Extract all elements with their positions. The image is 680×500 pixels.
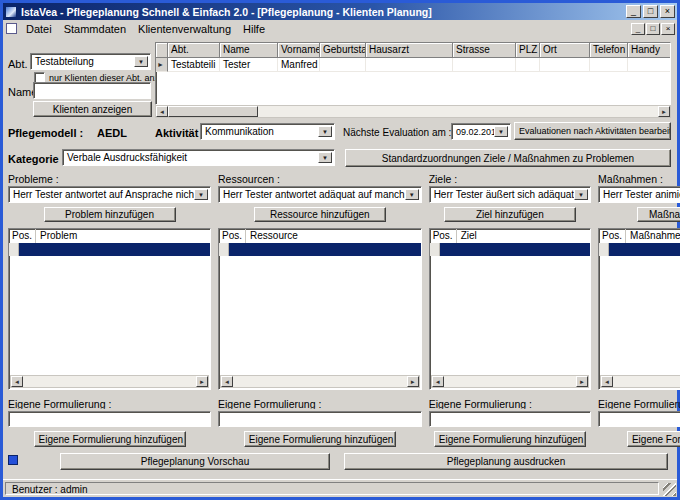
cell-vorname: Manfred (278, 58, 320, 72)
resize-grip[interactable] (663, 483, 676, 496)
goal-combobox[interactable]: Herr Tester äußert sich adäquat ▼ (429, 186, 591, 203)
selection-highlight (19, 243, 210, 256)
goal-list[interactable]: Pos. Ziel ◄ ► (429, 228, 591, 390)
scroll-right-icon[interactable]: ► (658, 106, 670, 117)
scroll-left-icon[interactable]: ◄ (432, 376, 444, 387)
chevron-down-icon[interactable]: ▼ (194, 189, 208, 200)
close-icon[interactable]: × (660, 5, 675, 18)
problem-combobox[interactable]: Herr Tester antwortet auf Ansprache nich… (8, 186, 211, 203)
list-horizontal-scrollbar[interactable]: ◄ ► (10, 375, 209, 388)
client-grid[interactable]: Abt. Name Vorname Geburtstag Hausarzt St… (155, 42, 671, 105)
name-input[interactable] (33, 82, 151, 99)
grid-col-plz[interactable]: PLZ (516, 43, 540, 58)
custom-formulation-label: Eigene Formulierung : (8, 398, 211, 409)
custom-formulation-input[interactable] (429, 411, 591, 427)
selected-row[interactable] (219, 243, 421, 256)
scrollbar-track[interactable] (444, 376, 576, 387)
add-custom-formulation-button[interactable]: Eigene Formulierung hinzufügen (434, 431, 586, 447)
scrollbar-thumb[interactable] (168, 106, 258, 117)
grid-col-handy[interactable]: Handy (628, 43, 671, 58)
scrollbar-track[interactable] (233, 376, 407, 387)
add-custom-formulation-button[interactable]: Eigene Formulierung hinzufügen (34, 431, 186, 447)
resource-list[interactable]: Pos. Ressource ◄ ► (218, 228, 422, 390)
grid-col-hausarzt[interactable]: Hausarzt (366, 43, 453, 58)
minimize-icon[interactable]: _ (626, 5, 641, 18)
custom-formulation-input[interactable] (218, 411, 422, 427)
grid-col-ort[interactable]: Ort (540, 43, 590, 58)
chevron-down-icon[interactable]: ▼ (134, 56, 148, 67)
selection-highlight (229, 243, 421, 256)
mdi-minimize-icon[interactable]: _ (631, 23, 645, 35)
scrollbar-track[interactable] (23, 376, 196, 387)
kategorie-combobox[interactable]: Verbale Ausdrucksfähigkeit ▼ (62, 149, 335, 166)
custom-formulation-label: Eigene Formulierung : (218, 398, 422, 409)
problem-list[interactable]: Pos. Problem ◄ ► (8, 228, 211, 390)
legend-marker (8, 455, 18, 465)
list-horizontal-scrollbar[interactable]: ◄ ► (600, 375, 680, 388)
selection-highlight (609, 243, 680, 256)
mdi-restore-icon[interactable]: □ (646, 23, 660, 35)
add-custom-formulation-button[interactable]: Eigene Formulierung hinzufügen (244, 431, 396, 447)
grid-col-vorname[interactable]: Vorname (278, 43, 320, 58)
title-bar[interactable]: IstaVea - Pflegeplanung Schnell & Einfac… (3, 3, 677, 20)
grid-col-abt[interactable]: Abt. (168, 43, 220, 58)
evaluation-button[interactable]: Evaluationen nach Aktivitäten bearbeiten (514, 122, 671, 140)
cell-ort (540, 58, 590, 72)
scrollbar-track[interactable] (168, 106, 658, 117)
scrollbar-track[interactable] (613, 376, 680, 387)
grid-col-telefon[interactable]: Telefon (590, 43, 628, 58)
custom-formulation-input[interactable] (598, 411, 680, 427)
evaluation-date-picker[interactable]: 09.02.2011 ▼ (451, 123, 511, 140)
selected-row[interactable] (599, 243, 680, 256)
custom-formulation-input[interactable] (8, 411, 211, 427)
custom-formulation-label: Eigene Formulierung : (598, 398, 680, 409)
scroll-right-icon[interactable]: ► (196, 376, 208, 387)
maximize-icon[interactable]: □ (643, 5, 658, 18)
resource-combobox[interactable]: Herr Tester antwortet adäquat auf manch … (218, 186, 422, 203)
scroll-left-icon[interactable]: ◄ (156, 106, 168, 117)
chevron-down-icon[interactable]: ▼ (405, 189, 419, 200)
grid-horizontal-scrollbar[interactable]: ◄ ► (155, 105, 671, 118)
list-horizontal-scrollbar[interactable]: ◄ ► (220, 375, 420, 388)
grid-col-strasse[interactable]: Strasse (453, 43, 516, 58)
kategorie-label: Kategorie : (8, 153, 65, 165)
grid-marker-header (156, 43, 168, 58)
scroll-left-icon[interactable]: ◄ (11, 376, 23, 387)
menu-stammdaten[interactable]: Stammdaten (58, 22, 132, 36)
massnahmen-label: Maßnahmen : (598, 173, 680, 184)
chevron-down-icon[interactable]: ▼ (574, 189, 588, 200)
list-header: Pos. Maßnahme (599, 229, 680, 243)
add-custom-formulation-button[interactable]: Eigene Formulierung hinzufügen (627, 431, 680, 447)
preview-button[interactable]: Pflegeplanung Vorschau (60, 453, 330, 470)
selected-row[interactable] (9, 243, 210, 256)
table-row[interactable]: ► Testabteili Tester Manfred (156, 58, 670, 72)
menu-hilfe[interactable]: Hilfe (237, 22, 271, 36)
list-horizontal-scrollbar[interactable]: ◄ ► (431, 375, 589, 388)
chevron-down-icon[interactable]: ▼ (494, 126, 508, 137)
selected-row[interactable] (430, 243, 590, 256)
menu-datei[interactable]: Datei (20, 22, 58, 36)
add-measure-button[interactable]: Maßnahmen hinzufügen (637, 207, 680, 222)
scroll-right-icon[interactable]: ► (576, 376, 588, 387)
scroll-right-icon[interactable]: ► (407, 376, 419, 387)
chevron-down-icon[interactable]: ▼ (318, 152, 332, 163)
cell-geburtstag (320, 58, 366, 72)
scroll-left-icon[interactable]: ◄ (601, 376, 613, 387)
measure-list[interactable]: Pos. Maßnahme ◄ ► (598, 228, 680, 390)
scroll-left-icon[interactable]: ◄ (221, 376, 233, 387)
menu-klientenverwaltung[interactable]: Klientenverwaltung (132, 22, 237, 36)
chevron-down-icon[interactable]: ▼ (318, 126, 332, 137)
cell-telefon (590, 58, 628, 72)
add-problem-button[interactable]: Problem hinzufügen (44, 207, 176, 222)
abt-combobox[interactable]: Testabteilung ▼ (30, 53, 151, 70)
standard-assignments-button[interactable]: Standardzuordnungen Ziele / Maßnahmen zu… (345, 149, 671, 167)
measure-combobox[interactable]: Herr Tester animieren langsam und deutli… (598, 186, 680, 203)
print-button[interactable]: Pflegeplanung ausdrucken (344, 453, 668, 470)
grid-col-geburtstag[interactable]: Geburtstag (320, 43, 366, 58)
grid-col-name[interactable]: Name (220, 43, 278, 58)
add-goal-button[interactable]: Ziel hinzufügen (444, 207, 576, 222)
add-resource-button[interactable]: Ressource hinzufügen (254, 207, 386, 222)
show-clients-button[interactable]: Klienten anzeigen (33, 101, 152, 117)
aktivitaet-combobox[interactable]: Kommunikation ▼ (200, 123, 335, 140)
mdi-close-icon[interactable]: × (661, 23, 675, 35)
